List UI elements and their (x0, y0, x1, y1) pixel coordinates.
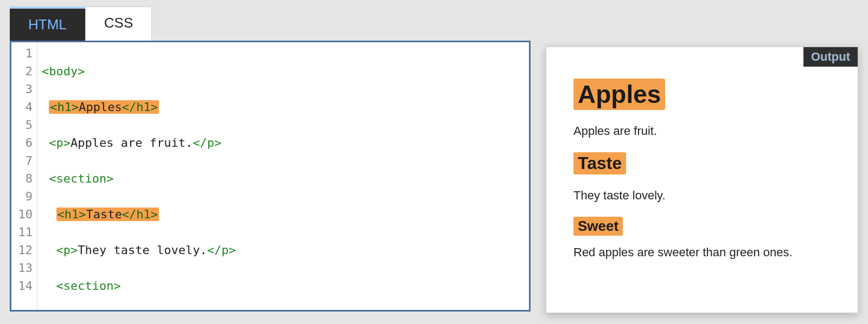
code-editor[interactable]: 1 2 3 4 5 6 7 8 9 10 11 12 13 14 <body> … (10, 41, 531, 312)
output-paragraph-3: Red apples are sweeter than green ones. (573, 245, 838, 260)
tab-html[interactable]: HTML (10, 7, 85, 41)
output-paragraph-2: They taste lovely. (573, 189, 838, 203)
output-heading-3: Sweet (573, 217, 623, 236)
tab-bar: HTML CSS (10, 7, 531, 41)
output-heading-1: Apples (573, 79, 665, 110)
code-content[interactable]: <body> <h1>Apples</h1> <p>Apples are fru… (37, 42, 394, 312)
output-badge: Output (803, 47, 858, 67)
output-panel: Output Apples Apples are fruit. Taste Th… (546, 47, 858, 313)
tab-css[interactable]: CSS (85, 7, 152, 41)
editor-panel: HTML CSS 1 2 3 4 5 6 7 8 9 10 11 12 13 (10, 7, 531, 313)
output-heading-2: Taste (573, 152, 626, 174)
output-paragraph-1: Apples are fruit. (573, 124, 838, 138)
line-gutter: 1 2 3 4 5 6 7 8 9 10 11 12 13 14 (11, 42, 37, 312)
